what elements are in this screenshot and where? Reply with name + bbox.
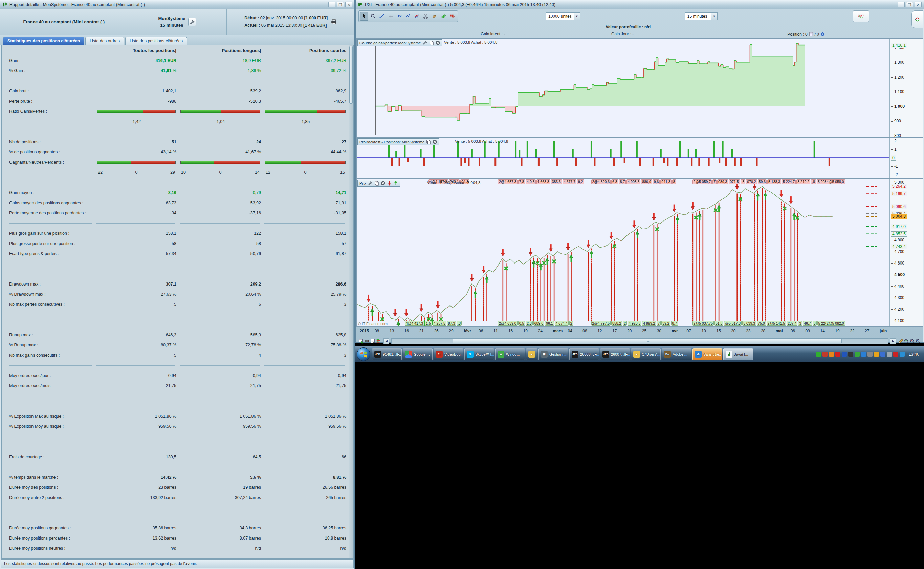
tray-icon[interactable]: [861, 351, 866, 357]
screenshot-icon[interactable]: [358, 338, 364, 344]
copy-icon[interactable]: [429, 40, 434, 46]
copy-icon[interactable]: [374, 181, 379, 186]
buy-trade-badge[interactable]: 96,1: [545, 321, 554, 326]
buy-trade-badge[interactable]: 2@4 797,5: [591, 321, 611, 326]
long-position-icon[interactable]: [439, 12, 448, 21]
sell-trade-badge[interactable]: ,5: [740, 179, 746, 184]
start-button[interactable]: [357, 347, 370, 361]
sell-trade-badge[interactable]: 3 219,2: [797, 179, 810, 184]
buy-trade-badge[interactable]: @5 017,3: [724, 321, 742, 326]
short-position-icon[interactable]: [448, 12, 456, 21]
tray-icon[interactable]: [868, 351, 872, 357]
buy-trade-badge[interactable]: 4 920,3: [628, 321, 642, 326]
buy-trade-badge[interactable]: 39,2: [662, 321, 670, 326]
horizontal-scrollbar[interactable]: [391, 338, 888, 344]
buy-trade-badge[interactable]: 2: [623, 321, 627, 326]
tab-liste-des-positions-cl-tur-es[interactable]: Liste des positions clôturées: [125, 37, 187, 45]
buy-trade-badge[interactable]: 75,0: [757, 321, 766, 326]
trendline-icon[interactable]: [378, 12, 386, 21]
tray-icon[interactable]: [874, 351, 879, 357]
buy-trade-badge[interactable]: 8,7: [671, 321, 678, 326]
scrollbar-thumb[interactable]: [452, 339, 842, 344]
buy-trade-badge[interactable]: 4 287,5: [432, 321, 446, 326]
positions-plot[interactable]: ProBacktest - Positions: MonSystème Vent…: [357, 137, 889, 178]
buy-trade-badge[interactable]: 858,2: [611, 321, 622, 326]
sell-trade-badge[interactable]: 941,3: [660, 179, 671, 184]
buy-trade-badge[interactable]: 51,8: [715, 321, 723, 326]
buy-trade-badge[interactable]: 1,5: [425, 321, 432, 326]
news-icon[interactable]: [370, 338, 376, 344]
buy-trade-badge[interactable]: 689,0: [533, 321, 544, 326]
order-sheet-icon[interactable]: [809, 32, 814, 37]
taskbar-button-91481-jf-[interactable]: JFD91481: JF...: [372, 348, 402, 361]
close-button[interactable]: ✕: [915, 2, 922, 8]
buy-trade-badge[interactable]: 2@5 082,0: [825, 321, 845, 326]
eraser-icon[interactable]: [431, 12, 438, 21]
positions-axis[interactable]: 21-1-20: [889, 137, 922, 178]
indicator-icon[interactable]: fx: [395, 12, 404, 21]
price-axis[interactable]: 5 3004 8004 7004 6004 5004 4004 3004 200…: [889, 179, 922, 327]
sell-trade-badge[interactable]: 9,6: [653, 179, 660, 184]
sell-trade-badge[interactable]: 2@4 820,6: [591, 179, 611, 184]
scroll-right-arrow[interactable]: ▶: [890, 338, 896, 344]
wrench-icon[interactable]: [422, 40, 428, 46]
taskbar-button-c-users-[interactable]: ▰C:\Users\...: [631, 348, 661, 361]
backtest-button[interactable]: [853, 11, 869, 22]
buy-arrow-icon[interactable]: [393, 181, 398, 186]
sell-trade-badge[interactable]: 8,7: [619, 179, 626, 184]
taskbar-button-26006-jf-[interactable]: JFD26006: JF...: [569, 348, 599, 361]
sell-trade-badge[interactable]: 4,0 5: [526, 179, 536, 184]
sell-trade-badge[interactable]: 7: [712, 179, 716, 184]
tray-icon[interactable]: [822, 351, 827, 357]
close-icon[interactable]: [381, 181, 385, 186]
candlestick-icon[interactable]: [364, 338, 370, 344]
buy-trade-badge[interactable]: 46,7: [803, 321, 812, 326]
printer-icon[interactable]: [331, 19, 337, 25]
sell-trade-badge[interactable]: 9,2: [577, 179, 584, 184]
segment-icon[interactable]: [387, 12, 394, 21]
sell-trade-badge[interactable]: 4@5 058,0: [825, 179, 845, 184]
price-plot[interactable]: Prix Vente : 5 003,8 Achat : 5 004,8 4@4…: [357, 179, 889, 327]
buy-trade-badge[interactable]: 8: [813, 321, 817, 326]
tray-icon[interactable]: [835, 351, 841, 357]
buy-trade-badge[interactable]: 5 039,3: [742, 321, 756, 326]
buy-trade-badge[interactable]: 4 899,2: [642, 321, 656, 326]
tray-icon[interactable]: [842, 351, 847, 357]
minimize-button[interactable]: –: [328, 2, 335, 8]
sell-trade-badge[interactable]: 8: [672, 179, 676, 184]
sell-trade-badge[interactable]: 070,2: [746, 179, 757, 184]
report-titlebar[interactable]: Rapport détaillé - MonSystème - France 4…: [0, 0, 354, 9]
buy-trade-badge[interactable]: 87,3: [447, 321, 456, 326]
taskbar-button-sans-titre-[interactable]: ◍Sans titre..: [692, 348, 722, 361]
volume-profile-icon[interactable]: [376, 338, 381, 344]
restore-button[interactable]: ❐: [337, 2, 344, 8]
buy-trade-badge[interactable]: 0,5: [518, 321, 525, 326]
zoom-icon[interactable]: [369, 12, 377, 21]
copy-icon[interactable]: [426, 139, 431, 144]
buy-trade-badge[interactable]: 2,3: [526, 321, 533, 326]
units-dropdown[interactable]: 10000 unités▼: [546, 12, 580, 20]
sell-trade-badge[interactable]: 4 668,8: [536, 179, 550, 184]
sell-trade-badge[interactable]: 2@4 657,3: [498, 179, 517, 184]
buy-trade-badge[interactable]: 2@5 141,5: [766, 321, 786, 326]
sell-trade-badge[interactable]: ,8: [811, 179, 816, 184]
taskbar-button-gestionn-[interactable]: ▦Gestionn...: [539, 348, 568, 361]
sell-trade-badge[interactable]: 2@5 059,7: [692, 179, 712, 184]
buy-trade-badge[interactable]: 4 674,4: [555, 321, 569, 326]
sell-arrow-icon[interactable]: [387, 181, 392, 186]
buy-trade-badge[interactable]: 2@5 037,75: [692, 321, 714, 326]
wrench-icon[interactable]: [367, 181, 373, 186]
timeframe-dropdown[interactable]: 15 minutes▼: [685, 12, 718, 20]
tray-icon[interactable]: [816, 351, 821, 357]
buy-trade-badge[interactable]: 237,4: [787, 321, 797, 326]
sell-trade-badge[interactable]: 886,9: [641, 179, 652, 184]
chart-titlebar[interactable]: PXI - France 40 au comptant (Mini-contra…: [356, 0, 924, 9]
tray-icon[interactable]: [829, 351, 834, 357]
taskbar-button-26007-jf-[interactable]: JFD26007: JF...: [600, 348, 630, 361]
tray-icon[interactable]: [880, 351, 885, 357]
minimize-button[interactable]: –: [898, 2, 905, 8]
pencil-icon[interactable]: [898, 338, 904, 344]
zigzag-icon[interactable]: [404, 12, 412, 21]
forecast-icon[interactable]: [413, 12, 421, 21]
taskbar-button-videobou-[interactable]: FzVideoBou...: [434, 348, 463, 361]
